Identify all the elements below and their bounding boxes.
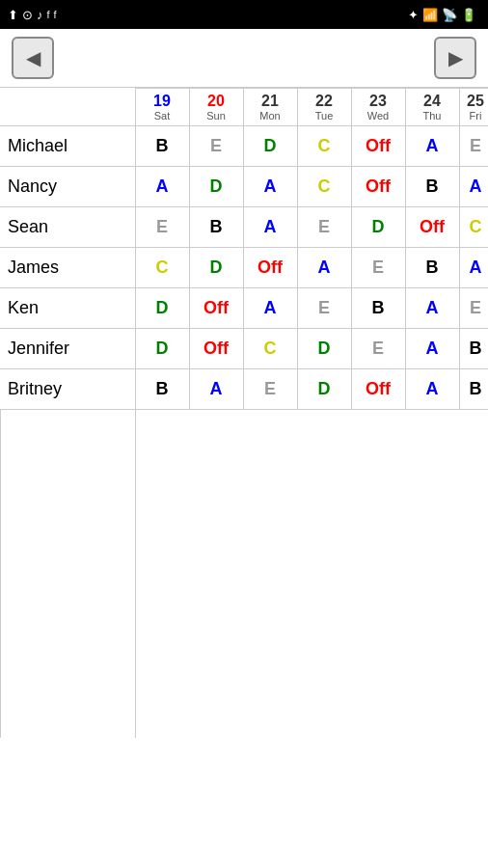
prev-icon: ◀ xyxy=(26,46,41,69)
table-row: JenniferDOffCDEAB xyxy=(0,329,488,369)
signal-icon: 📡 xyxy=(442,8,457,22)
bluetooth-icon: ✦ xyxy=(408,8,419,22)
cell-sean-2: A xyxy=(243,207,297,248)
cell-sean-1: B xyxy=(189,207,243,248)
date-header-25: 25Fri xyxy=(459,89,488,126)
cell-jennifer-0: D xyxy=(135,329,189,369)
cell-nancy-4: Off xyxy=(351,167,405,207)
fb-icon1: f xyxy=(47,9,50,20)
cell-ken-5: A xyxy=(405,288,459,329)
next-icon: ▶ xyxy=(448,46,463,69)
person-name-ken: Ken xyxy=(0,288,135,329)
cell-sean-3: E xyxy=(297,207,351,248)
usb-icon: ⬆ xyxy=(8,8,18,22)
battery-icon: 🔋 xyxy=(461,8,476,22)
table-row: JamesCDOffAEBA xyxy=(0,248,488,288)
date-header-row: 19Sat20Sun21Mon22Tue23Wed24Thu25Fri xyxy=(0,89,488,126)
cell-nancy-2: A xyxy=(243,167,297,207)
cell-ken-3: E xyxy=(297,288,351,329)
date-header-20: 20Sun xyxy=(189,89,243,126)
cell-britney-2: E xyxy=(243,369,297,410)
cell-ken-1: Off xyxy=(189,288,243,329)
cell-jennifer-5: A xyxy=(405,329,459,369)
date-header-22: 22Tue xyxy=(297,89,351,126)
cell-jennifer-6: B xyxy=(459,329,488,369)
cell-james-4: E xyxy=(351,248,405,288)
cell-michael-4: Off xyxy=(351,126,405,167)
person-name-michael: Michael xyxy=(0,126,135,167)
table-row: SeanEBAEDOffC xyxy=(0,207,488,248)
android-icon: ⊙ xyxy=(22,8,33,22)
cell-jennifer-4: E xyxy=(351,329,405,369)
cell-ken-2: A xyxy=(243,288,297,329)
cell-britney-6: B xyxy=(459,369,488,410)
date-header-21: 21Mon xyxy=(243,89,297,126)
cell-sean-6: C xyxy=(459,207,488,248)
cell-britney-1: A xyxy=(189,369,243,410)
cell-nancy-3: C xyxy=(297,167,351,207)
calendar-header: ◀ ▶ xyxy=(0,29,488,88)
table-row: BritneyBAEDOffAB xyxy=(0,369,488,410)
table-row: MichaelBEDCOffAE xyxy=(0,126,488,167)
vertical-divider xyxy=(135,410,136,738)
date-header-24: 24Thu xyxy=(405,89,459,126)
person-name-sean: Sean xyxy=(0,207,135,248)
cell-nancy-0: A xyxy=(135,167,189,207)
cell-ken-4: B xyxy=(351,288,405,329)
empty-area xyxy=(0,410,488,738)
cell-michael-1: E xyxy=(189,126,243,167)
cell-ken-0: D xyxy=(135,288,189,329)
cell-britney-5: A xyxy=(405,369,459,410)
cell-james-5: B xyxy=(405,248,459,288)
cell-james-2: Off xyxy=(243,248,297,288)
cell-james-6: A xyxy=(459,248,488,288)
date-header-23: 23Wed xyxy=(351,89,405,126)
cell-james-0: C xyxy=(135,248,189,288)
cell-james-1: D xyxy=(189,248,243,288)
cell-nancy-5: B xyxy=(405,167,459,207)
music-icon: ♪ xyxy=(37,8,43,22)
cell-michael-6: E xyxy=(459,126,488,167)
wifi-icon: 📶 xyxy=(422,8,438,22)
cell-sean-5: Off xyxy=(405,207,459,248)
fb-icon2: f xyxy=(54,9,57,20)
cell-sean-0: E xyxy=(135,207,189,248)
person-name-jennifer: Jennifer xyxy=(0,329,135,369)
next-button[interactable]: ▶ xyxy=(434,37,476,79)
calendar-grid: 19Sat20Sun21Mon22Tue23Wed24Thu25Fri Mich… xyxy=(0,88,488,410)
person-name-britney: Britney xyxy=(0,369,135,410)
cell-michael-0: B xyxy=(135,126,189,167)
date-header-19: 19Sat xyxy=(135,89,189,126)
cell-michael-5: A xyxy=(405,126,459,167)
cell-britney-0: B xyxy=(135,369,189,410)
person-name-james: James xyxy=(0,248,135,288)
cell-jennifer-2: C xyxy=(243,329,297,369)
status-right-icons: ✦ 📶 📡 🔋 xyxy=(408,8,480,22)
cell-jennifer-1: Off xyxy=(189,329,243,369)
cell-michael-2: D xyxy=(243,126,297,167)
person-name-nancy: Nancy xyxy=(0,167,135,207)
cell-nancy-1: D xyxy=(189,167,243,207)
table-row: KenDOffAEBAE xyxy=(0,288,488,329)
cell-britney-3: D xyxy=(297,369,351,410)
cell-sean-4: D xyxy=(351,207,405,248)
cell-ken-6: E xyxy=(459,288,488,329)
prev-button[interactable]: ◀ xyxy=(12,37,54,79)
cell-britney-4: Off xyxy=(351,369,405,410)
cell-james-3: A xyxy=(297,248,351,288)
cell-nancy-6: A xyxy=(459,167,488,207)
status-icons: ⬆ ⊙ ♪ f f xyxy=(8,8,57,22)
cell-jennifer-3: D xyxy=(297,329,351,369)
cell-michael-3: C xyxy=(297,126,351,167)
table-row: NancyADACOffBA xyxy=(0,167,488,207)
